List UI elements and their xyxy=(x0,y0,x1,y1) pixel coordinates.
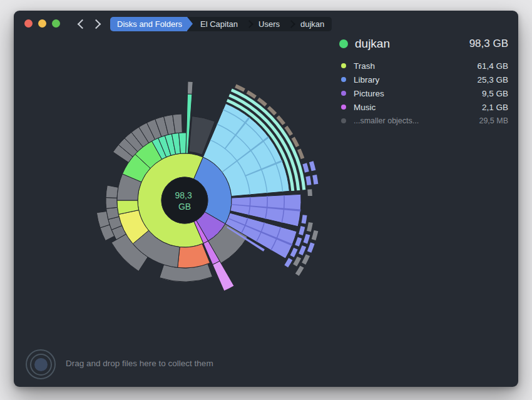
sunburst-segment[interactable] xyxy=(299,226,305,235)
sunburst-segment[interactable] xyxy=(297,148,304,159)
legend-label: Pictures xyxy=(354,89,482,98)
legend-row-library[interactable]: Library25,3 GB xyxy=(339,73,508,86)
legend-row--smaller-objects-[interactable]: ...smaller objects...29,5 MB xyxy=(339,114,508,128)
sunburst-segment[interactable] xyxy=(307,242,315,253)
sunburst-segment[interactable] xyxy=(307,189,312,196)
legend-label: Music xyxy=(354,103,482,112)
legend-label: ...smaller objects... xyxy=(354,116,479,125)
legend-header[interactable]: dujkan 98,3 GB xyxy=(339,37,508,51)
sunburst-segment[interactable] xyxy=(302,163,309,172)
collect-ring-icon[interactable] xyxy=(26,349,56,379)
legend-dot-icon xyxy=(341,77,346,82)
folder-size: 98,3 GB xyxy=(469,38,508,50)
sunburst-segment[interactable] xyxy=(187,81,193,94)
legend-dot-icon xyxy=(341,118,346,123)
sunburst-segment[interactable] xyxy=(284,258,292,267)
sunburst-segment[interactable] xyxy=(295,237,302,247)
sunburst-segment[interactable] xyxy=(213,261,234,291)
sunburst-segment[interactable] xyxy=(295,265,304,275)
legend-row-trash[interactable]: Trash61,4 GB xyxy=(339,59,508,73)
sunburst-segment[interactable] xyxy=(309,161,316,171)
legend-value: 29,5 MB xyxy=(479,116,508,125)
sunburst-segment[interactable] xyxy=(312,175,318,185)
legend-dot-icon xyxy=(341,91,346,96)
sunburst-segment[interactable] xyxy=(302,254,310,265)
collect-ring-middle xyxy=(30,354,52,376)
sunburst-segment[interactable] xyxy=(303,234,310,244)
sunburst-segment[interactable] xyxy=(299,245,306,255)
folder-name: dujkan xyxy=(355,37,469,51)
legend-panel: dujkan 98,3 GB Trash61,4 GBLibrary25,3 G… xyxy=(339,37,508,128)
legend-value: 25,3 GB xyxy=(477,75,508,85)
legend-label: Library xyxy=(354,75,477,85)
legend-label: Trash xyxy=(354,61,477,71)
sunburst-segment[interactable] xyxy=(302,215,307,223)
collect-ring-center xyxy=(34,358,48,371)
sunburst-segment[interactable] xyxy=(106,198,118,209)
folder-color-dot-icon xyxy=(339,39,348,48)
drop-hint-text: Drag and drop files here to collect them xyxy=(66,359,213,368)
sunburst-center xyxy=(161,177,208,223)
sunburst-segment[interactable] xyxy=(307,222,313,232)
legend-value: 61,4 GB xyxy=(477,61,508,71)
app-window: Disks and FoldersEl CapitanUsersdujkan 9… xyxy=(14,11,518,387)
legend-dot-icon xyxy=(341,105,346,110)
legend-row-music[interactable]: Music2,1 GB xyxy=(339,100,508,114)
legend-row-pictures[interactable]: Pictures9,5 GB xyxy=(339,86,508,100)
sunburst-segment[interactable] xyxy=(290,248,298,257)
sunburst-segment[interactable] xyxy=(106,185,118,198)
legend-value: 9,5 GB xyxy=(482,89,508,98)
legend-value: 2,1 GB xyxy=(482,103,508,112)
legend-dot-icon xyxy=(341,63,346,68)
sunburst-segment[interactable] xyxy=(312,230,319,240)
sunburst-segment[interactable] xyxy=(305,176,311,185)
sunburst-segment[interactable] xyxy=(293,257,301,267)
legend-rows: Trash61,4 GBLibrary25,3 GBPictures9,5 GB… xyxy=(339,59,508,128)
